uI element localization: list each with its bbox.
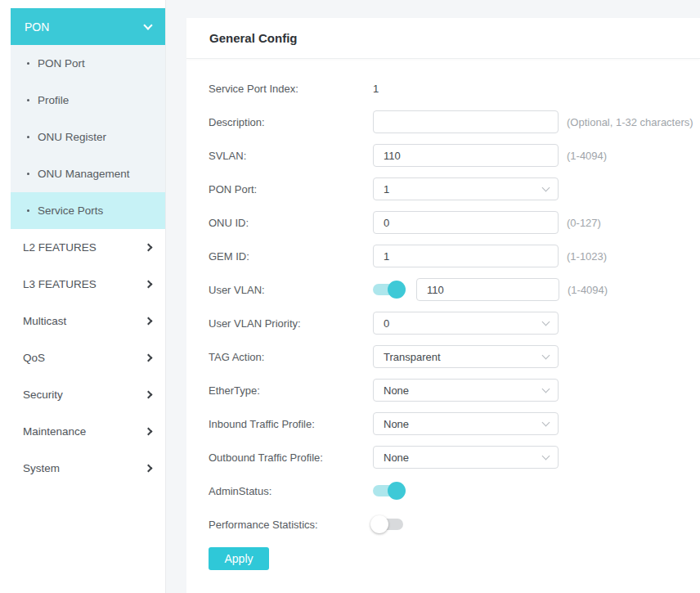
sidebar-section-label: Security xyxy=(23,389,63,401)
outbound-traffic-profile-select[interactable]: None xyxy=(373,446,559,469)
sidebar-item-label: ONU Management xyxy=(38,168,130,180)
tag-action-select[interactable]: Transparent xyxy=(373,345,559,368)
inbound-traffic-profile-select[interactable]: None xyxy=(373,412,559,435)
general-config-panel: General Config Service Port Index: 1 Des… xyxy=(186,18,700,593)
admin-status-row: AdminStatus: xyxy=(209,479,700,502)
toggle-knob xyxy=(370,515,388,533)
chevron-right-icon xyxy=(145,465,153,473)
bullet-icon xyxy=(27,173,29,175)
performance-statistics-label: Performance Statistics: xyxy=(209,519,373,531)
inbound-traffic-profile-row: Inbound Traffic Profile: None xyxy=(209,412,700,435)
sidebar-item-profile[interactable]: Profile xyxy=(11,82,165,119)
description-label: Description: xyxy=(209,116,373,128)
tag-action-selected-value: Transparent xyxy=(384,351,441,363)
sidebar-item-label: PON Port xyxy=(38,57,85,70)
pon-port-select[interactable]: 1 xyxy=(373,177,559,200)
description-hint: (Optional, 1-32 characters) xyxy=(567,116,693,128)
chevron-down-icon xyxy=(143,20,152,29)
onu-id-row: ONU ID: (0-127) xyxy=(209,211,700,234)
outbound-traffic-profile-row: Outbound Traffic Profile: None xyxy=(209,446,700,469)
ethertype-select[interactable]: None xyxy=(373,379,559,402)
bullet-icon xyxy=(27,99,29,101)
svlan-label: SVLAN: xyxy=(209,150,373,162)
user-vlan-row: User VLAN: (1-4094) xyxy=(209,278,700,301)
user-vlan-priority-selected-value: 0 xyxy=(384,317,389,330)
sidebar-item-onu-register[interactable]: ONU Register xyxy=(11,119,165,155)
chevron-right-icon xyxy=(145,391,153,399)
chevron-down-icon xyxy=(542,451,550,460)
ethertype-row: EtherType: None xyxy=(209,379,700,402)
description-input[interactable] xyxy=(373,110,559,133)
onu-id-input[interactable] xyxy=(373,211,559,234)
sidebar-section-pon-label: PON xyxy=(25,20,49,34)
panel-title: General Config xyxy=(186,18,700,59)
bullet-icon xyxy=(27,136,29,138)
sidebar-section-label: Multicast xyxy=(23,315,66,327)
sidebar-item-pon-port[interactable]: PON Port xyxy=(11,45,165,82)
performance-statistics-row: Performance Statistics: xyxy=(209,513,700,536)
sidebar-section-qos[interactable]: QoS xyxy=(0,339,165,376)
sidebar-item-label: ONU Register xyxy=(38,131,106,143)
sidebar-section-l2-features[interactable]: L2 FEATURES xyxy=(0,229,165,266)
svlan-input[interactable] xyxy=(373,144,559,167)
gem-id-row: GEM ID: (1-1023) xyxy=(209,245,700,267)
outbound-traffic-profile-label: Outbound Traffic Profile: xyxy=(209,451,373,464)
gem-id-label: GEM ID: xyxy=(209,250,373,263)
sidebar-section-label: L3 FEATURES xyxy=(23,278,96,290)
description-row: Description: (Optional, 1-32 characters) xyxy=(209,110,700,133)
sidebar-section-maintenance[interactable]: Maintenance xyxy=(0,413,165,450)
outbound-traffic-profile-selected-value: None xyxy=(384,451,409,464)
chevron-down-icon xyxy=(542,384,550,393)
sidebar-section-label: System xyxy=(23,462,60,474)
user-vlan-input[interactable] xyxy=(416,278,559,301)
sidebar-section-l3-features[interactable]: L3 FEATURES xyxy=(0,266,165,303)
chevron-down-icon xyxy=(542,183,550,191)
chevron-right-icon xyxy=(145,428,153,436)
tag-action-label: TAG Action: xyxy=(209,351,373,363)
svlan-row: SVLAN: (1-4094) xyxy=(209,144,700,167)
sidebar-section-multicast[interactable]: Multicast xyxy=(0,303,165,339)
chevron-right-icon xyxy=(145,354,153,362)
chevron-down-icon xyxy=(542,317,550,326)
user-vlan-priority-label: User VLAN Priority: xyxy=(209,317,373,330)
sidebar-section-label: Maintenance xyxy=(23,425,86,438)
user-vlan-toggle[interactable] xyxy=(373,284,403,295)
admin-status-toggle[interactable] xyxy=(373,485,403,496)
user-vlan-label: User VLAN: xyxy=(209,284,373,296)
sidebar-section-system[interactable]: System xyxy=(0,450,165,487)
sidebar: PON PON Port Profile ONU Register ONU Ma… xyxy=(0,0,166,593)
toggle-knob xyxy=(388,482,406,500)
chevron-down-icon xyxy=(542,418,550,426)
sidebar-section-security[interactable]: Security xyxy=(0,376,165,413)
gem-id-hint: (1-1023) xyxy=(567,250,607,263)
sidebar-item-service-ports[interactable]: Service Ports xyxy=(11,192,165,229)
sidebar-item-label: Service Ports xyxy=(38,204,103,217)
tag-action-row: TAG Action: Transparent xyxy=(209,345,700,368)
service-port-index-value: 1 xyxy=(373,83,379,95)
apply-button[interactable]: Apply xyxy=(209,547,269,570)
pon-submenu: PON Port Profile ONU Register ONU Manage… xyxy=(11,45,165,229)
ethertype-selected-value: None xyxy=(384,384,409,397)
user-vlan-hint: (1-4094) xyxy=(568,284,608,296)
gem-id-input[interactable] xyxy=(373,245,559,267)
performance-statistics-toggle[interactable] xyxy=(373,519,403,530)
inbound-traffic-profile-label: Inbound Traffic Profile: xyxy=(209,418,373,430)
user-vlan-priority-row: User VLAN Priority: 0 xyxy=(209,312,700,335)
inbound-traffic-profile-selected-value: None xyxy=(384,418,409,430)
chevron-right-icon xyxy=(145,281,153,289)
service-port-index-label: Service Port Index: xyxy=(209,83,373,95)
chevron-down-icon xyxy=(542,351,550,359)
general-config-form: Service Port Index: 1 Description: (Opti… xyxy=(186,59,700,570)
bullet-icon xyxy=(27,62,29,65)
ethertype-label: EtherType: xyxy=(209,384,373,397)
svlan-hint: (1-4094) xyxy=(567,150,607,162)
user-vlan-priority-select[interactable]: 0 xyxy=(373,312,559,335)
admin-status-label: AdminStatus: xyxy=(209,485,373,497)
toggle-knob xyxy=(388,281,406,299)
sidebar-item-onu-management[interactable]: ONU Management xyxy=(11,155,165,192)
pon-port-selected-value: 1 xyxy=(384,183,389,195)
sidebar-section-label: QoS xyxy=(23,352,45,364)
sidebar-section-pon[interactable]: PON xyxy=(11,8,165,45)
service-port-index-row: Service Port Index: 1 xyxy=(209,77,700,100)
bullet-icon xyxy=(27,209,29,212)
